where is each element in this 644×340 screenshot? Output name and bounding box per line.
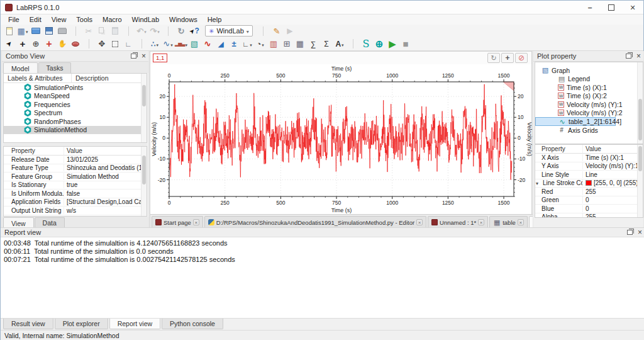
toolbar-separator[interactable] <box>69 25 82 37</box>
close-panel-icon[interactable] <box>636 52 641 60</box>
sim-s-icon[interactable] <box>360 38 372 50</box>
mdi-tab[interactable]: Start page <box>152 216 203 228</box>
workbench-selector[interactable]: WindLab <box>205 25 253 37</box>
dropdown-arrow-icon[interactable] <box>156 40 159 48</box>
toolbar-separator[interactable] <box>82 38 95 50</box>
float-panel-icon[interactable] <box>626 54 631 59</box>
tree-scrollbar-thumb[interactable] <box>142 85 146 106</box>
scatter-plot-icon[interactable] <box>148 38 161 50</box>
pan-hand-icon[interactable] <box>56 38 69 50</box>
tree-item[interactable]: MeanSpeed <box>4 92 147 101</box>
redo-icon[interactable] <box>148 25 161 37</box>
dropdown-arrow-icon[interactable] <box>184 40 187 48</box>
dropdown-arrow-icon[interactable] <box>170 40 173 48</box>
close-panel-icon[interactable] <box>638 229 642 236</box>
bar3d-plot-icon[interactable] <box>267 38 280 50</box>
property-row[interactable]: Output Unit String w/s <box>4 207 147 215</box>
close-tab-icon[interactable] <box>416 219 423 225</box>
dropdown-arrow-icon[interactable] <box>341 40 344 48</box>
float-panel-icon[interactable] <box>627 230 633 235</box>
property-row[interactable]: Y Axis Velocity (m/s) (Y):1 <box>535 162 643 171</box>
menu-item[interactable]: Edit <box>25 15 47 24</box>
fit-chart-icon[interactable] <box>122 38 135 50</box>
zoom-region-icon[interactable] <box>109 38 121 50</box>
plot-canvas[interactable]: 0025025050050075075010001000125012501500… <box>150 64 533 214</box>
table-icon[interactable] <box>294 38 306 50</box>
plot-property-scrollbar-thumb[interactable] <box>638 146 642 171</box>
run-sim-icon[interactable] <box>386 38 399 50</box>
macro-exec-icon[interactable] <box>284 25 296 37</box>
maximize-button[interactable] <box>601 1 622 14</box>
close-button[interactable] <box>622 1 643 14</box>
close-tab-icon[interactable] <box>518 219 524 225</box>
center-view-icon[interactable] <box>30 38 42 50</box>
close-tab-icon[interactable] <box>478 219 484 225</box>
red-disc-icon[interactable] <box>69 38 82 50</box>
bar-plot-icon[interactable] <box>175 38 187 50</box>
mdi-tab[interactable]: table <box>489 216 528 228</box>
property-row[interactable]: Green 0 <box>535 196 643 205</box>
view-data-tab[interactable]: Data <box>35 217 65 228</box>
area-plot-icon[interactable] <box>214 38 227 50</box>
float-panel-icon[interactable] <box>131 54 136 59</box>
property-row[interactable]: Blue 0 <box>535 205 643 213</box>
plot-property-scrollbar[interactable] <box>637 145 643 217</box>
dropdown-arrow-icon[interactable] <box>157 27 160 35</box>
panel-tab[interactable]: Plot explorer <box>55 319 108 329</box>
whats-this-icon[interactable] <box>188 25 201 37</box>
toolbar-separator[interactable] <box>162 25 174 37</box>
property-row[interactable]: Line Stroke Col... [255, 0, 0] (255) <box>535 179 643 188</box>
tree-item[interactable]: SimulationMethod <box>4 126 147 135</box>
tree-item[interactable]: Frequencies <box>4 100 147 109</box>
save-file-icon[interactable] <box>43 25 55 37</box>
dropdown-arrow-icon[interactable] <box>249 40 252 48</box>
value-column[interactable]: Value <box>64 147 147 155</box>
menu-item[interactable]: File <box>3 15 25 24</box>
plot-property-header[interactable]: Plot property <box>533 51 643 62</box>
select-arrow-icon[interactable] <box>3 38 16 50</box>
property-row[interactable]: Feature Group Simulation Method <box>4 173 147 181</box>
red-line-plot-icon[interactable] <box>201 38 214 50</box>
combo-view-header[interactable]: Combo View <box>2 51 148 62</box>
plot-tree-item[interactable]: Velocity (m/s) (Y):2 <box>535 109 643 118</box>
date-axis-icon[interactable] <box>280 38 293 50</box>
toolbar-separator[interactable] <box>347 38 359 50</box>
undo-icon[interactable] <box>135 25 148 37</box>
tree-item[interactable]: SimulationPoints <box>4 83 147 92</box>
property-row[interactable]: Release Date 13/01/2025 <box>4 156 147 164</box>
menu-item[interactable]: Tools <box>71 15 97 24</box>
refresh-icon[interactable] <box>175 25 187 37</box>
property-row[interactable]: Is Uniform Modula... false <box>4 190 147 198</box>
mdi-tab[interactable]: D:/RPS/Macros/ShinozukaAndDeodatis1991_S… <box>204 216 426 228</box>
menu-item[interactable]: Windows <box>164 15 203 24</box>
property-row[interactable]: Red 255 <box>535 188 643 196</box>
combo-view-tab[interactable]: Tasks <box>38 62 72 73</box>
property-column[interactable]: Property <box>4 147 64 155</box>
menu-item[interactable]: WindLab <box>127 15 164 24</box>
menu-item[interactable]: View <box>47 15 72 24</box>
toolbar-separator[interactable] <box>122 25 135 37</box>
plot-tree-item[interactable]: Time (s) (X):2 <box>535 92 643 101</box>
property-row[interactable]: Alpha 255 <box>535 213 643 218</box>
axes-plot-icon[interactable] <box>241 38 253 50</box>
tree-column-description[interactable]: Description <box>72 74 147 82</box>
sigma-icon[interactable] <box>320 38 333 50</box>
plot-tree-item[interactable]: table_1_2[1:6144] <box>535 117 616 126</box>
plot-tree-root[interactable]: Graph <box>535 66 643 75</box>
paste-icon[interactable] <box>109 25 121 37</box>
macro-edit-icon[interactable] <box>270 25 283 37</box>
combo-view-tab[interactable]: Model <box>3 62 38 74</box>
plot-tree-scrollbar[interactable] <box>637 62 643 144</box>
zoom-in-icon[interactable] <box>16 38 29 50</box>
curve-plot-icon[interactable] <box>162 38 174 50</box>
box-plot-icon[interactable] <box>228 38 240 50</box>
new-sim-icon[interactable] <box>373 38 386 50</box>
close-panel-icon[interactable] <box>142 52 146 60</box>
report-view-header[interactable]: Report view <box>1 227 644 237</box>
tree-item[interactable]: RandomPhases <box>4 117 147 126</box>
value-column[interactable]: Value <box>583 145 643 153</box>
sum-integral-icon[interactable] <box>307 38 319 50</box>
property-row[interactable]: X Axis Time (s) (X):1 <box>535 154 643 162</box>
velocity-time-plot[interactable]: 0025025050050075075010001000125012501500… <box>150 64 533 214</box>
tree-column-labels[interactable]: Labels & Attributes <box>4 74 72 82</box>
